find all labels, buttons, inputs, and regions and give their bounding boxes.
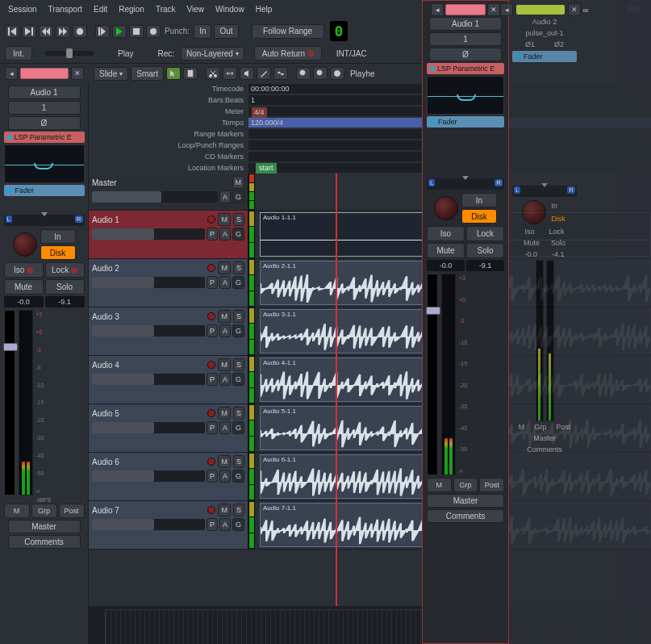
track-mini-fader[interactable] [92, 325, 205, 337]
tool-range-button[interactable] [183, 67, 198, 80]
slider-thumb[interactable] [66, 48, 73, 58]
iso-button[interactable]: Iso [4, 262, 44, 278]
play-button[interactable] [112, 25, 127, 38]
output-master-2[interactable]: Master [427, 494, 504, 508]
strip2-phase[interactable]: Ø [429, 48, 502, 61]
grp-2[interactable]: Grp [453, 478, 478, 492]
track-m-button[interactable]: M [218, 261, 231, 274]
goto-end-button[interactable] [22, 25, 36, 38]
ghost-solo[interactable]: Solo [551, 239, 565, 247]
mute-2[interactable]: Mute [427, 243, 465, 258]
ghost-lock[interactable]: Lock [549, 228, 565, 236]
track-a-button[interactable]: A [219, 228, 231, 240]
monitor-in-2[interactable]: In [461, 193, 497, 207]
ghost-pan[interactable]: LR [512, 186, 577, 197]
track-a-button[interactable]: A [219, 373, 231, 386]
pan-control[interactable]: L R [4, 215, 85, 226]
fader-thumb-2[interactable] [426, 307, 440, 315]
strip-take[interactable]: 1 [8, 101, 81, 115]
track-name[interactable]: Audio 5 [92, 409, 205, 418]
track-p-button[interactable]: P [207, 518, 218, 531]
monitor-disk-button[interactable]: Disk [40, 245, 76, 260]
comments-2[interactable]: Comments [427, 509, 504, 523]
punch-out-button[interactable]: Out [214, 24, 238, 39]
smart-button[interactable]: Smart [131, 66, 164, 81]
punch-in-button[interactable]: In [194, 24, 211, 39]
tool-draw-button[interactable] [257, 67, 271, 80]
track-mini-fader[interactable] [92, 422, 205, 433]
ghost-fader[interactable]: Fader [512, 51, 577, 62]
tool-cut-button[interactable] [206, 67, 220, 80]
track-color-swatch[interactable] [20, 68, 69, 79]
collapse-icon[interactable]: ◂ [431, 3, 444, 16]
ghost-mute[interactable]: Mute [524, 239, 540, 247]
track-g-button[interactable]: G [232, 421, 244, 434]
track-a-button[interactable]: A [219, 190, 231, 203]
track-color-swatch[interactable] [445, 4, 486, 15]
playhead[interactable] [336, 174, 337, 606]
plugin-lsp[interactable]: LSP Parametric E [4, 132, 85, 143]
ghost-output[interactable]: pulse_out-1 [525, 29, 563, 37]
track-p-button[interactable]: P [207, 324, 218, 337]
post-2[interactable]: Post [479, 478, 504, 492]
track-mini-fader[interactable] [92, 277, 205, 288]
fforward-button[interactable] [56, 25, 70, 38]
track-a-button[interactable]: A [219, 276, 231, 289]
eq-display[interactable] [4, 144, 85, 183]
track-m-button[interactable]: M [218, 310, 231, 323]
track-g-button[interactable]: G [232, 518, 244, 531]
track-s-button[interactable]: S [233, 261, 244, 274]
monitor-disk-2[interactable]: Disk [461, 209, 497, 224]
zoom-in-button[interactable] [313, 67, 328, 80]
track-s-button[interactable]: S [233, 407, 244, 420]
eq-display-2[interactable] [427, 76, 504, 115]
track-p-button[interactable]: P [207, 470, 218, 483]
collapse-left-icon[interactable]: ◂ [5, 67, 18, 80]
lock-button[interactable]: Lock [45, 262, 85, 278]
ghost-in[interactable]: In [551, 202, 565, 210]
track-g-button[interactable]: G [232, 190, 244, 203]
fader-track[interactable] [4, 310, 15, 496]
m-button[interactable]: M [4, 504, 30, 518]
track-m-button[interactable]: M [218, 455, 231, 468]
track-mini-fader[interactable] [92, 519, 205, 530]
track-rec-button[interactable] [207, 409, 215, 417]
trim-knob-2[interactable] [434, 196, 458, 220]
follow-range-button[interactable]: Follow Range [252, 24, 324, 39]
track-p-button[interactable]: P [207, 276, 218, 289]
rec-mode-dropdown[interactable]: Non-Layered [181, 47, 244, 61]
post-button[interactable]: Post [59, 504, 85, 518]
track-a-button[interactable]: A [219, 470, 231, 483]
strip-phase[interactable]: Ø [8, 116, 81, 130]
monitor-in-button[interactable]: In [40, 229, 76, 244]
fader-track-2[interactable] [427, 274, 438, 475]
fader-insert-2[interactable]: Fader [427, 116, 504, 128]
track-m-button[interactable]: M [232, 176, 245, 189]
track-rec-button[interactable] [207, 215, 215, 224]
stop-button[interactable] [129, 25, 144, 38]
track-rec-button[interactable] [207, 264, 215, 272]
track-g-button[interactable]: G [232, 373, 244, 386]
track-a-button[interactable]: A [219, 421, 231, 434]
ghost-comments[interactable]: Comments [527, 445, 562, 454]
track-p-button[interactable]: P [207, 421, 218, 434]
fader-thumb[interactable] [3, 343, 18, 351]
menu-view[interactable]: View [184, 3, 208, 15]
auto-return-button[interactable]: Auto Return [254, 46, 322, 61]
track-p-button[interactable]: P [207, 228, 218, 240]
track-name[interactable]: Audio 1 [92, 215, 205, 224]
ghost-m[interactable]: M [519, 423, 525, 431]
track-rec-button[interactable] [207, 458, 215, 466]
track-s-button[interactable]: S [233, 455, 244, 468]
track-name[interactable]: Master [92, 178, 230, 187]
menu-edit[interactable]: Edit [90, 3, 111, 15]
track-rec-button[interactable] [207, 506, 215, 514]
ghost-master[interactable]: Master [533, 434, 556, 442]
pan-control-2[interactable]: L R [427, 178, 504, 190]
close-icon[interactable]: ✕ [71, 67, 84, 80]
track-name[interactable]: Audio 4 [92, 361, 205, 370]
track-name[interactable]: Audio 3 [92, 312, 205, 321]
track-mini-fader[interactable] [92, 470, 205, 482]
shuttle-slider[interactable] [45, 51, 94, 56]
iso-2[interactable]: Iso [427, 226, 465, 241]
